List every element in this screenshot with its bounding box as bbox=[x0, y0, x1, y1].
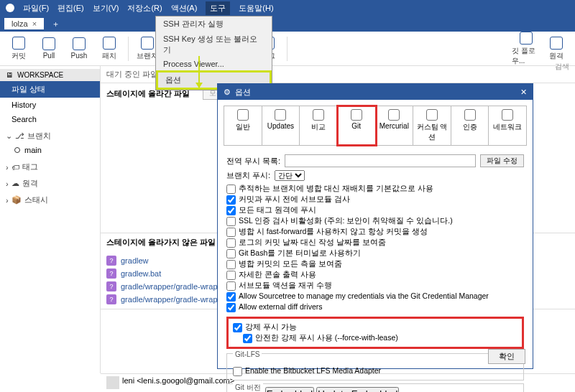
force-push-checkbox[interactable] bbox=[233, 323, 242, 332]
tab-network[interactable]: 네트워크 bbox=[489, 106, 526, 145]
tab-auth[interactable]: 인증 bbox=[451, 106, 489, 145]
ignore-label: 전역 무시 목록: bbox=[226, 156, 280, 167]
fetch-icon bbox=[103, 37, 116, 50]
git-icon bbox=[351, 109, 362, 121]
tab-updates[interactable]: Updates bbox=[262, 106, 300, 145]
diff-icon bbox=[313, 109, 324, 121]
option-checkbox[interactable] bbox=[226, 271, 236, 280]
cloud-icon: ☁ bbox=[12, 179, 19, 188]
tab-diff[interactable]: 비교 bbox=[300, 106, 338, 145]
tab-general[interactable]: 일반 bbox=[224, 106, 262, 145]
option-checkbox[interactable] bbox=[226, 281, 236, 291]
avatar-icon bbox=[106, 376, 119, 389]
menu-file[interactable]: 파일(F) bbox=[23, 3, 49, 14]
file-status-icon: ? bbox=[106, 269, 116, 279]
add-tab-button[interactable]: ＋ bbox=[48, 17, 63, 31]
updates-icon bbox=[275, 109, 286, 121]
menu-edit[interactable]: 편집(E) bbox=[58, 3, 84, 14]
auth-icon bbox=[464, 109, 476, 121]
current-branch-icon bbox=[14, 147, 20, 153]
branch-icon bbox=[141, 37, 154, 50]
remote-icon bbox=[550, 37, 563, 50]
option-checkbox[interactable] bbox=[226, 217, 236, 226]
embedded-button[interactable]: Embedded bbox=[265, 387, 314, 392]
menu-action[interactable]: 액션(A) bbox=[171, 3, 198, 14]
tabbar: lolza × ＋ bbox=[0, 16, 575, 32]
option-checkbox[interactable] bbox=[226, 238, 236, 248]
update-embedded-button[interactable]: Update Embedded bbox=[316, 387, 399, 392]
gitver-fieldset: Git 버전 Embedded Update Embedded bbox=[226, 383, 524, 392]
network-icon bbox=[502, 109, 513, 121]
box-icon: 📦 bbox=[12, 195, 22, 205]
chevron-right-icon: › bbox=[6, 163, 9, 172]
branch-main[interactable]: main bbox=[0, 143, 100, 157]
push-icon bbox=[73, 37, 86, 50]
commit-icon bbox=[12, 37, 25, 50]
pull-icon bbox=[42, 37, 55, 50]
sidebar-group-tag[interactable]: ›🏷태그 bbox=[0, 157, 100, 174]
menu-help[interactable]: 도움말(H) bbox=[239, 3, 273, 14]
gitflow-button[interactable]: 깃 플로우... bbox=[512, 32, 540, 66]
push-button[interactable]: Push bbox=[65, 37, 93, 60]
search-label[interactable]: 검색 bbox=[555, 62, 569, 72]
option-checkbox[interactable] bbox=[226, 303, 236, 312]
tab-label: lolza bbox=[12, 19, 28, 28]
file-status-icon: ? bbox=[106, 256, 116, 266]
branchpush-label: 브랜치 푸시: bbox=[226, 170, 270, 181]
workspace-header: 🖥 WORKSPACE bbox=[0, 69, 100, 81]
edit-file-button[interactable]: 파일 수정 bbox=[480, 154, 524, 167]
close-icon[interactable]: ✕ bbox=[520, 88, 527, 97]
gear-icon: ⚙ bbox=[224, 88, 231, 97]
menu-tools[interactable]: 도구 bbox=[206, 1, 230, 15]
tab-custom[interactable]: 커스텀 액션 bbox=[413, 106, 451, 145]
app-logo-icon bbox=[6, 4, 14, 12]
menu-repo[interactable]: 저장소(R) bbox=[127, 3, 162, 14]
option-checkbox[interactable] bbox=[226, 195, 236, 205]
repo-tab[interactable]: lolza × bbox=[4, 18, 44, 29]
ignore-input[interactable] bbox=[285, 154, 476, 167]
menu-item-ssh-key[interactable]: SSH Key 생성 또는 불러오기 bbox=[156, 32, 272, 57]
pull-button[interactable]: Pull bbox=[34, 37, 63, 60]
menu-item-ssh-manager[interactable]: SSH 관리자 실행 bbox=[156, 17, 272, 32]
options-dialog: ⚙옵션 ✕ 일반 Updates 비교 Git Mercurial 커스텀 액션… bbox=[217, 83, 533, 369]
sidebar-group-branch[interactable]: ⌄⎇브랜치 bbox=[0, 126, 100, 143]
menu-item-process-viewer[interactable]: Process Viewer... bbox=[156, 57, 272, 70]
fetch-button[interactable]: 패치 bbox=[95, 37, 124, 61]
tab-mercurial[interactable]: Mercurial bbox=[376, 106, 414, 145]
commit-button[interactable]: 커밋 bbox=[4, 37, 33, 61]
remote-button[interactable]: 원격 bbox=[542, 37, 571, 61]
option-checkbox[interactable] bbox=[226, 228, 236, 237]
ok-button[interactable]: 확인 bbox=[488, 349, 525, 364]
sidebar-group-stash[interactable]: ›📦스태시 bbox=[0, 190, 100, 207]
file-status-icon: ? bbox=[106, 294, 116, 304]
tag-icon: 🏷 bbox=[12, 163, 19, 172]
gitflow-icon bbox=[520, 32, 533, 45]
menubar: 파일(F) 편집(E) 보기(V) 저장소(R) 액션(A) 도구 도움말(H) bbox=[0, 0, 575, 16]
close-icon[interactable]: × bbox=[32, 19, 37, 28]
tab-git[interactable]: Git bbox=[338, 106, 376, 145]
menu-view[interactable]: 보기(V) bbox=[93, 3, 119, 14]
sidebar-item-history[interactable]: History bbox=[0, 98, 100, 112]
sidebar: 🖥 WORKSPACE 파일 상태 History Search ⌄⎇브랜치 m… bbox=[0, 66, 101, 373]
option-checkbox[interactable] bbox=[226, 292, 236, 302]
annotation-arrow-icon bbox=[198, 56, 200, 88]
chevron-right-icon: › bbox=[6, 179, 9, 188]
branchpush-select[interactable]: 간단 bbox=[275, 170, 305, 181]
option-checkbox[interactable] bbox=[226, 206, 236, 215]
dialog-titlebar: ⚙옵션 ✕ bbox=[218, 84, 533, 100]
lfs-checkbox[interactable] bbox=[233, 367, 242, 376]
force-lease-checkbox[interactable] bbox=[243, 334, 252, 343]
separator bbox=[128, 37, 129, 61]
sidebar-item-filestatus[interactable]: 파일 상태 bbox=[0, 81, 100, 98]
sidebar-item-search[interactable]: Search bbox=[0, 112, 100, 126]
option-checkbox[interactable] bbox=[226, 249, 236, 258]
general-icon bbox=[237, 109, 249, 121]
chevron-right-icon: › bbox=[6, 196, 9, 205]
branch-icon: ⎇ bbox=[15, 131, 24, 141]
option-checkbox[interactable] bbox=[226, 185, 236, 194]
file-status-icon: ? bbox=[106, 281, 116, 291]
force-push-highlight: 강제 푸시 가능 안전한 강제 푸시 사용 (--force-with-leas… bbox=[226, 317, 524, 349]
sidebar-group-remote[interactable]: ›☁원격 bbox=[0, 174, 100, 190]
option-checkbox[interactable] bbox=[226, 260, 236, 269]
dialog-tabs: 일반 Updates 비교 Git Mercurial 커스텀 액션 인증 네트… bbox=[224, 106, 527, 146]
